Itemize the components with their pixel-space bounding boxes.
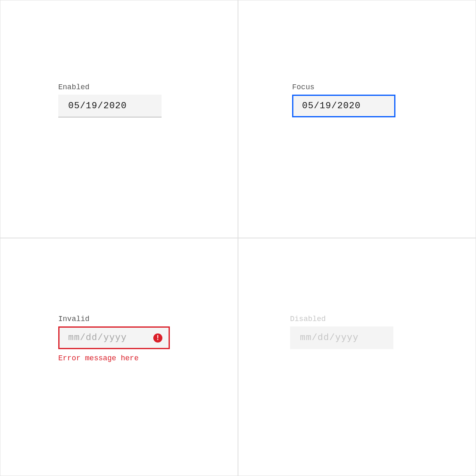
enabled-state-label: Enabled: [58, 83, 238, 91]
date-input-value: 05/19/2020: [302, 101, 361, 111]
disabled-state-quadrant: Disabled mm/dd/yyyy: [238, 238, 476, 476]
date-input-placeholder: mm/dd/yyyy: [300, 333, 359, 343]
date-input-focus[interactable]: 05/19/2020: [292, 95, 395, 117]
date-input-wrapper: 05/19/2020: [58, 95, 162, 117]
focus-state-label: Focus: [292, 83, 476, 91]
date-input-value: 05/19/2020: [68, 101, 127, 111]
date-input-wrapper: mm/dd/yyyy: [290, 326, 393, 349]
invalid-state-label: Invalid: [58, 315, 238, 323]
focus-state-quadrant: Focus 05/19/2020: [238, 0, 476, 238]
date-input-enabled[interactable]: 05/19/2020: [58, 95, 162, 117]
disabled-state-label: Disabled: [290, 315, 476, 323]
date-input-disabled: mm/dd/yyyy: [290, 326, 393, 349]
error-message: Error message here: [58, 354, 238, 362]
warning-icon: [153, 333, 162, 343]
invalid-state-quadrant: Invalid mm/dd/yyyy Error message here: [0, 238, 238, 476]
enabled-state-quadrant: Enabled 05/19/2020: [0, 0, 238, 238]
date-input-wrapper: 05/19/2020: [292, 95, 395, 117]
date-input-wrapper: mm/dd/yyyy: [58, 326, 170, 349]
date-input-placeholder: mm/dd/yyyy: [68, 333, 127, 343]
